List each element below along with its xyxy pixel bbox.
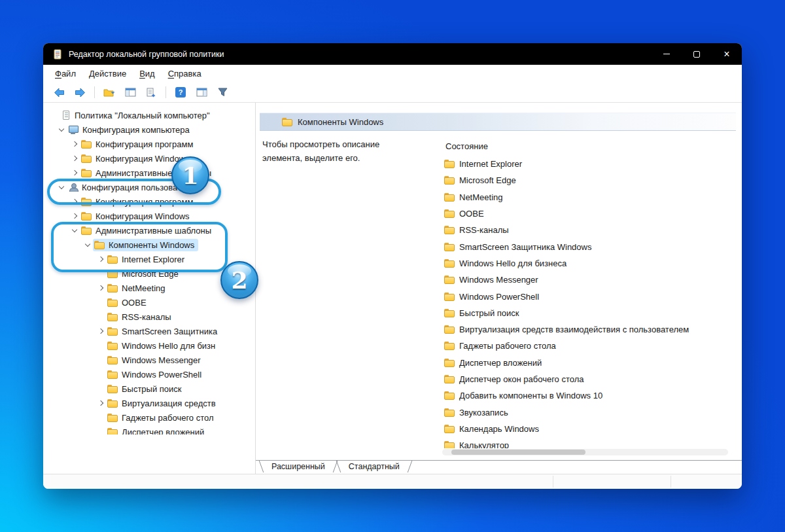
tree-item[interactable]: Диспетчер вложений bbox=[50, 425, 255, 434]
folder-icon bbox=[81, 212, 92, 221]
toolbar-separator bbox=[166, 86, 166, 98]
list-item[interactable]: Internet Explorer bbox=[443, 156, 742, 172]
chevron-placeholder[interactable] bbox=[96, 295, 106, 310]
close-button[interactable]: × bbox=[712, 43, 742, 65]
chevron-placeholder[interactable] bbox=[96, 266, 106, 281]
minimize-button[interactable] bbox=[652, 43, 682, 65]
chevron-placeholder[interactable] bbox=[96, 410, 106, 425]
tree-item[interactable]: RSS-каналы bbox=[50, 310, 255, 324]
list-item[interactable]: Windows PowerShell bbox=[443, 288, 742, 304]
tab-standard[interactable]: Стандартный bbox=[337, 461, 411, 474]
titlebar[interactable]: Редактор локальной групповой политики × bbox=[43, 43, 742, 65]
tree-item[interactable]: Internet Explorer bbox=[50, 252, 255, 266]
menubar: Файл Действие Вид Справка bbox=[43, 65, 742, 82]
menu-help[interactable]: Справка bbox=[162, 67, 208, 80]
chevron-placeholder[interactable] bbox=[96, 425, 106, 434]
chevron-down-icon[interactable] bbox=[69, 223, 80, 238]
results-header-title: Компоненты Windows bbox=[298, 117, 383, 127]
tree-item[interactable]: Административные шаблоны bbox=[50, 223, 255, 238]
window-title: Редактор локальной групповой политики bbox=[69, 50, 224, 59]
results-header: Компоненты Windows bbox=[260, 113, 736, 131]
folder-icon bbox=[444, 325, 455, 334]
forward-button[interactable] bbox=[72, 84, 88, 100]
chevron-placeholder[interactable] bbox=[96, 310, 106, 324]
tree-item[interactable]: Конфигурация Windows bbox=[50, 151, 255, 166]
list-item[interactable]: OOBE bbox=[443, 205, 742, 222]
folder-icon bbox=[107, 342, 118, 350]
folder-icon bbox=[81, 226, 92, 235]
chevron-right-icon[interactable] bbox=[69, 166, 80, 180]
list-item[interactable]: Добавить компоненты в Windows 10 bbox=[443, 387, 742, 404]
filter-button[interactable] bbox=[215, 84, 230, 100]
back-button[interactable] bbox=[51, 84, 67, 100]
tree-item[interactable]: Конфигурация компьютера bbox=[50, 122, 255, 137]
scrollbar-thumb[interactable] bbox=[451, 450, 585, 455]
folder-icon bbox=[444, 375, 455, 383]
chevron-right-icon[interactable] bbox=[96, 324, 106, 338]
chevron-placeholder[interactable] bbox=[96, 381, 106, 396]
statusbar-divider bbox=[671, 476, 671, 488]
chevron-right-icon[interactable] bbox=[69, 137, 80, 151]
tree-item[interactable]: Виртуализация средств bbox=[50, 396, 255, 410]
list-item[interactable]: Диспетчер вложений bbox=[443, 355, 742, 371]
chevron-right-icon[interactable] bbox=[96, 252, 106, 266]
chevron-down-icon[interactable] bbox=[56, 122, 67, 137]
description-text: Чтобы просмотреть описание элемента, выд… bbox=[260, 136, 443, 448]
tree-item[interactable]: Windows PowerShell bbox=[50, 367, 255, 381]
list-item[interactable]: NetMeeting bbox=[443, 189, 742, 205]
console-tree-button[interactable] bbox=[122, 84, 138, 100]
tree-item[interactable]: Конфигурация программ bbox=[50, 137, 255, 151]
list-item[interactable]: SmartScreen Защитника Windows bbox=[443, 238, 742, 255]
list-item[interactable]: Виртуализация средств взаимодействия с п… bbox=[443, 321, 742, 338]
chevron-right-icon[interactable] bbox=[69, 194, 80, 209]
chevron-right-icon[interactable] bbox=[96, 396, 106, 410]
menu-file[interactable]: Файл bbox=[48, 67, 82, 80]
help-button[interactable]: ? bbox=[173, 84, 188, 100]
folder-icon bbox=[107, 414, 118, 422]
menu-view[interactable]: Вид bbox=[133, 67, 162, 80]
list-item[interactable]: Звукозапись bbox=[443, 404, 742, 420]
folder-icon bbox=[444, 391, 455, 400]
tree-item[interactable]: Административные шаблоны bbox=[50, 166, 255, 180]
tree-item[interactable]: Windows Messenger bbox=[50, 353, 255, 367]
list-item[interactable]: Windows Messenger bbox=[443, 272, 742, 288]
list-item[interactable]: Гаджеты рабочего стола bbox=[443, 338, 742, 354]
tree-item[interactable]: SmartScreen Защитника bbox=[50, 324, 255, 338]
chevron-right-icon[interactable] bbox=[96, 281, 106, 295]
list-item[interactable]: Калькулятор bbox=[443, 437, 742, 448]
folder-icon bbox=[444, 275, 455, 284]
tree-item[interactable]: Конфигурация программ bbox=[50, 194, 255, 209]
chevron-right-icon[interactable] bbox=[69, 209, 80, 223]
list-item[interactable]: Быстрый поиск bbox=[443, 305, 742, 321]
chevron-placeholder[interactable] bbox=[96, 353, 106, 367]
tree-item[interactable]: OOBE bbox=[50, 295, 255, 310]
export-list-button[interactable] bbox=[143, 84, 159, 100]
list-item[interactable]: Диспетчер окон рабочего стола bbox=[443, 371, 742, 387]
list-item[interactable]: Microsoft Edge bbox=[443, 172, 742, 188]
menu-action[interactable]: Действие bbox=[82, 67, 133, 80]
chevron-down-icon[interactable] bbox=[56, 180, 67, 194]
tree-item[interactable]: Гаджеты рабочего стол bbox=[50, 410, 255, 425]
tree-item[interactable]: Быстрый поиск bbox=[50, 381, 255, 396]
list-item[interactable]: Календарь Windows bbox=[443, 421, 742, 437]
tab-extended[interactable]: Расширенный bbox=[260, 461, 337, 474]
chevron-placeholder[interactable] bbox=[96, 367, 106, 381]
horizontal-scrollbar[interactable] bbox=[442, 449, 728, 455]
up-level-button[interactable] bbox=[101, 84, 117, 100]
filter-icon bbox=[218, 88, 228, 97]
tree-item[interactable]: Политика "Локальный компьютер" bbox=[50, 108, 255, 122]
chevron-down-icon[interactable] bbox=[82, 238, 93, 252]
chevron-right-icon[interactable] bbox=[69, 151, 80, 166]
results-list: Internet Explorer Microsoft Edge NetMeet… bbox=[443, 156, 742, 448]
maximize-button[interactable] bbox=[682, 43, 712, 65]
tree-item[interactable]: Компоненты Windows bbox=[50, 238, 255, 252]
action-pane-button[interactable] bbox=[194, 84, 209, 100]
tree-item[interactable]: Конфигурация Windows bbox=[50, 209, 255, 223]
list-item[interactable]: Windows Hello для бизнеса bbox=[443, 255, 742, 272]
tree-item[interactable]: Windows Hello для бизн bbox=[50, 338, 255, 353]
chevron-placeholder[interactable] bbox=[96, 338, 106, 353]
folder-icon bbox=[444, 359, 455, 367]
list-item[interactable]: RSS-каналы bbox=[443, 222, 742, 238]
tree-item[interactable]: Конфигурация пользователя bbox=[50, 180, 255, 194]
folder-icon bbox=[81, 154, 92, 163]
